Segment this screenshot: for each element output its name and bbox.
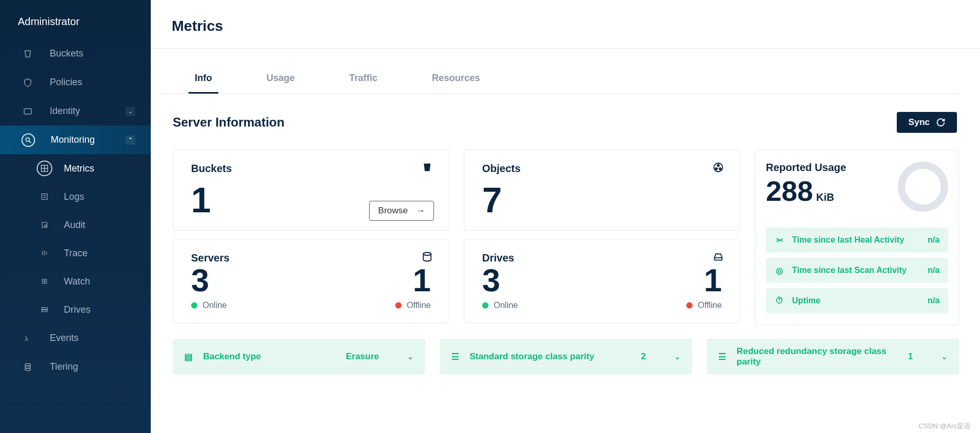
sidebar-item-label: Policies — [50, 77, 82, 88]
activity-value: n/a — [928, 235, 940, 245]
sidebar-item-label: Monitoring — [51, 134, 95, 145]
status-dot-offline — [686, 302, 693, 309]
heal-icon: ✂ — [774, 235, 785, 245]
svg-rect-16 — [42, 307, 48, 309]
objects-count: 7 — [482, 182, 722, 218]
activity-value: n/a — [928, 296, 940, 305]
usage-value: 288 — [766, 175, 813, 207]
drive-icon — [712, 251, 725, 264]
page-title: Metrics — [172, 18, 959, 35]
sidebar-item-tiering[interactable]: Tiering — [0, 352, 151, 381]
card-objects: Objects 7 — [464, 150, 740, 231]
card-buckets: Buckets 1 Browse → — [173, 150, 449, 231]
sidebar-subitem-logs[interactable]: Logs — [0, 183, 151, 211]
sidebar-item-policies[interactable]: Policies — [0, 68, 151, 97]
footer-value: 2 — [641, 351, 646, 362]
svg-rect-6 — [42, 194, 48, 200]
tab-info[interactable]: Info — [188, 64, 218, 94]
activity-label: Time since last Scan Activity — [792, 266, 907, 275]
servers-offline-count: 1 — [413, 264, 431, 297]
tab-traffic[interactable]: Traffic — [343, 64, 384, 94]
card-reported-usage: Reported Usage 288KiB ✂ Time since last … — [755, 150, 959, 325]
id-icon — [21, 105, 34, 118]
sidebar-item-label: Identity — [50, 106, 80, 117]
section-title: Server Information — [173, 115, 284, 130]
svg-point-24 — [716, 168, 718, 170]
trace-icon — [37, 245, 52, 261]
drives-offline-count: 1 — [704, 264, 722, 297]
bucket-icon — [21, 48, 34, 60]
audit-icon — [37, 217, 52, 233]
sidebar-item-events[interactable]: λ Events — [0, 324, 151, 352]
sidebar-item-monitoring[interactable]: Monitoring ⌃ — [0, 126, 151, 154]
activity-uptime: ⏱ Uptime n/a — [766, 288, 948, 313]
activity-label: Uptime — [792, 296, 820, 305]
sidebar-item-buckets[interactable]: Buckets — [0, 39, 151, 68]
offline-label: Offline — [407, 301, 431, 310]
svg-point-26 — [424, 253, 431, 256]
sidebar-item-label: Drives — [64, 304, 91, 315]
watermark: CSDN @Arc星语 — [919, 421, 971, 431]
tabs: Info Usage Traffic Resources — [160, 64, 959, 94]
sync-button-label: Sync — [908, 117, 930, 128]
chevron-down-icon: ⌄ — [674, 352, 681, 361]
watch-icon — [37, 274, 52, 289]
storage-icon: ☰ — [718, 351, 726, 362]
svg-point-25 — [719, 168, 721, 170]
sidebar-subitem-watch[interactable]: Watch — [0, 267, 151, 295]
activity-scan: ◎ Time since last Scan Activity n/a — [766, 258, 948, 283]
sync-button[interactable]: Sync — [897, 112, 957, 133]
activity-label: Time since last Heal Activity — [792, 235, 904, 245]
footer-backend-type[interactable]: ▤ Backend type Erasure ⌄ — [173, 339, 425, 374]
servers-online-count: 3 — [191, 264, 311, 297]
lambda-icon: λ — [21, 332, 34, 345]
svg-point-10 — [44, 225, 47, 227]
sidebar-subitem-audit[interactable]: Audit — [0, 211, 151, 239]
svg-point-1 — [26, 138, 29, 141]
uptime-icon: ⏱ — [774, 295, 785, 306]
offline-label: Offline — [698, 301, 722, 310]
sidebar-subitem-trace[interactable]: Trace — [0, 239, 151, 267]
drives-online-count: 3 — [482, 264, 602, 297]
card-title: Drives — [482, 252, 722, 264]
footer-standard-parity[interactable]: ☰ Standard storage class parity 2 ⌄ — [440, 339, 692, 374]
footer-reduced-parity[interactable]: ☰ Reduced redundancy storage class parit… — [707, 339, 959, 374]
storage-icon: ☰ — [451, 351, 459, 362]
footer-value: 1 — [908, 351, 913, 362]
metrics-icon — [37, 161, 52, 176]
card-servers: Servers 3 Online 1 Offline — [173, 239, 449, 323]
svg-rect-17 — [42, 310, 48, 312]
sidebar-item-identity[interactable]: Identity ⌄ — [0, 97, 151, 126]
sidebar-item-label: Audit — [64, 220, 85, 231]
usage-title: Reported Usage — [766, 162, 846, 174]
svg-line-2 — [29, 141, 31, 143]
status-dot-online — [191, 302, 197, 309]
activity-value: n/a — [928, 266, 940, 275]
footer-label: Backend type — [203, 351, 261, 362]
usage-ring-chart — [898, 162, 948, 212]
sidebar-item-label: Metrics — [64, 163, 94, 174]
svg-rect-0 — [24, 108, 31, 114]
sidebar-item-label: Watch — [64, 276, 90, 287]
tab-resources[interactable]: Resources — [426, 64, 486, 94]
drives-icon — [37, 302, 52, 317]
status-dot-offline — [395, 302, 402, 309]
page-header: Metrics — [151, 0, 980, 49]
svg-point-23 — [717, 165, 719, 167]
bucket-icon — [421, 162, 434, 174]
sidebar-item-label: Events — [50, 333, 79, 344]
sidebar-subitem-metrics[interactable]: Metrics — [0, 154, 151, 183]
refresh-icon — [936, 118, 945, 127]
card-drives: Drives 3 Online 1 Offline — [464, 239, 740, 323]
browse-button[interactable]: Browse → — [369, 201, 434, 221]
sidebar-subitem-drives[interactable]: Drives — [0, 295, 151, 324]
scan-icon: ◎ — [774, 265, 785, 276]
svg-point-21 — [25, 368, 31, 371]
status-dot-online — [482, 302, 488, 309]
tab-usage[interactable]: Usage — [260, 64, 301, 94]
footer-label: Reduced redundancy storage class parity — [737, 346, 898, 367]
sidebar-item-label: Buckets — [50, 48, 83, 59]
main-content: Metrics Info Usage Traffic Resources Ser… — [151, 0, 980, 433]
chevron-down-icon: ⌄ — [407, 352, 414, 361]
online-label: Online — [494, 301, 518, 310]
